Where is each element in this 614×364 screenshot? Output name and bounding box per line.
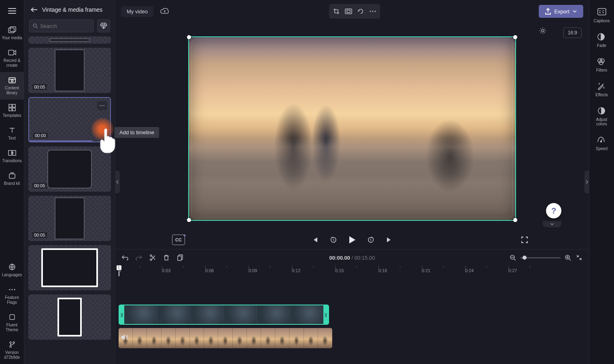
- undo-button[interactable]: [121, 254, 129, 262]
- adjust-icon: [597, 107, 606, 116]
- more-button[interactable]: [367, 6, 378, 17]
- forward-button[interactable]: 5: [366, 235, 375, 244]
- search-input[interactable]: [40, 23, 90, 29]
- svg-point-14: [11, 289, 13, 290]
- export-button[interactable]: Export: [539, 5, 583, 18]
- frame-thumbnail[interactable]: 00:05: [28, 48, 111, 93]
- nav-label: Transitions: [2, 159, 22, 163]
- right-rail-collapse-button[interactable]: [584, 171, 589, 193]
- nav-brand-kit[interactable]: Brand kit: [0, 167, 24, 190]
- nav-text[interactable]: Text: [0, 122, 24, 145]
- rr-captions[interactable]: Captions: [592, 4, 611, 27]
- resize-handle[interactable]: [187, 35, 191, 39]
- nav-fluent-theme[interactable]: Fluent Theme: [0, 309, 24, 336]
- delete-button[interactable]: [162, 254, 170, 262]
- globe-icon: [8, 263, 16, 271]
- clip-handle-left[interactable]: ||: [119, 305, 124, 324]
- fit-icon: [345, 8, 352, 14]
- nav-transitions[interactable]: Transitions: [0, 145, 24, 167]
- resize-handle[interactable]: [513, 35, 517, 39]
- rewind-button[interactable]: 5: [329, 235, 338, 244]
- captions-toggle[interactable]: CC: [172, 235, 185, 245]
- frame-options-button[interactable]: ⋯: [97, 101, 107, 110]
- nav-languages[interactable]: Languages: [0, 259, 24, 281]
- nav-feature-flags[interactable]: Feature Flags: [0, 281, 24, 309]
- svg-point-23: [370, 11, 371, 12]
- more-icon: [370, 11, 376, 12]
- duplicate-button[interactable]: [176, 254, 184, 262]
- frame-thumbnail[interactable]: 00:05: [28, 146, 111, 192]
- play-button[interactable]: [348, 235, 357, 244]
- ruler-mark: 0:21: [422, 268, 430, 273]
- nav-your-media[interactable]: Your media: [0, 22, 24, 44]
- rr-label: Fade: [597, 43, 606, 48]
- frame-thumbnail[interactable]: [28, 294, 111, 340]
- svg-point-19: [13, 342, 15, 343]
- zoom-slider[interactable]: [520, 257, 561, 258]
- fullscreen-button[interactable]: [520, 235, 529, 244]
- redo-button[interactable]: [135, 254, 143, 262]
- panel-chevron[interactable]: [543, 221, 561, 227]
- nav-templates[interactable]: Templates: [0, 99, 24, 122]
- fit-button[interactable]: [343, 6, 354, 17]
- skip-forward-button[interactable]: [385, 235, 394, 244]
- speed-icon: [597, 136, 606, 145]
- skip-back-button[interactable]: [310, 235, 319, 244]
- nav-record-create[interactable]: Record & create: [0, 44, 24, 72]
- duplicate-icon: [177, 254, 183, 261]
- rr-filters[interactable]: Filters: [595, 53, 609, 76]
- nav-version[interactable]: Version d72b9de: [0, 336, 24, 364]
- svg-rect-11: [9, 174, 15, 178]
- brand-icon: [8, 171, 16, 180]
- rotate-button[interactable]: [355, 6, 366, 17]
- resize-handle[interactable]: [187, 218, 191, 222]
- panel-collapse-button[interactable]: [115, 171, 120, 193]
- split-button[interactable]: [149, 254, 157, 262]
- rr-fade[interactable]: Fade: [595, 29, 608, 52]
- timeline-clip-overlay[interactable]: || ||: [119, 305, 329, 325]
- aspect-ratio-badge[interactable]: 16:9: [563, 28, 582, 38]
- frame-thumbnail[interactable]: [28, 245, 111, 290]
- svg-point-20: [33, 24, 36, 27]
- resize-handle[interactable]: [513, 218, 517, 222]
- nav-label: Content library: [2, 86, 22, 95]
- audio-icon[interactable]: [121, 334, 129, 342]
- help-button[interactable]: ?: [546, 203, 561, 218]
- back-button[interactable]: [30, 6, 38, 14]
- nav-label: Version d72b9de: [2, 350, 22, 360]
- search-input-wrap[interactable]: [29, 19, 94, 32]
- video-title[interactable]: My video: [121, 6, 153, 17]
- ruler-mark: 0:12: [292, 268, 300, 273]
- menu-button[interactable]: [0, 0, 24, 22]
- svg-rect-0: [8, 28, 14, 33]
- clip-handle-right[interactable]: ||: [323, 305, 328, 324]
- svg-point-13: [9, 289, 10, 290]
- transitions-icon: [8, 149, 16, 157]
- svg-rect-5: [9, 104, 12, 107]
- nav-content-library[interactable]: Content library: [0, 72, 24, 99]
- rr-effects[interactable]: Effects: [594, 78, 609, 101]
- frame-thumbnail-selected[interactable]: ⋯ 00:00: [28, 97, 111, 142]
- timeline-ruler[interactable]: 00:030:060:090:120:150:180:210:240:27: [115, 266, 589, 276]
- nav-label: Feature Flags: [2, 295, 22, 305]
- zoom-in-button[interactable]: [564, 254, 572, 262]
- fit-timeline-button[interactable]: [575, 254, 583, 262]
- preview-canvas[interactable]: [188, 36, 516, 221]
- frame-thumbnail[interactable]: [28, 36, 111, 44]
- premium-button[interactable]: [97, 19, 110, 32]
- preview-settings-button[interactable]: [539, 27, 548, 36]
- svg-rect-21: [345, 9, 352, 14]
- svg-point-18: [10, 346, 11, 347]
- chevron-right-icon: [586, 180, 588, 184]
- rr-speed[interactable]: Speed: [594, 132, 609, 155]
- effects-icon: [597, 82, 606, 91]
- zoom-out-button[interactable]: [509, 254, 517, 262]
- zoom-knob[interactable]: [523, 256, 527, 260]
- rr-adjust-colors[interactable]: Adjust colors: [589, 103, 614, 130]
- forward-icon: 5: [367, 236, 374, 243]
- nav-label: Templates: [3, 113, 21, 118]
- crop-button[interactable]: [331, 6, 342, 17]
- frame-thumbnail[interactable]: 00:05: [28, 196, 111, 241]
- timeline-clip-video[interactable]: [119, 328, 332, 348]
- cloud-sync-button[interactable]: [159, 6, 170, 17]
